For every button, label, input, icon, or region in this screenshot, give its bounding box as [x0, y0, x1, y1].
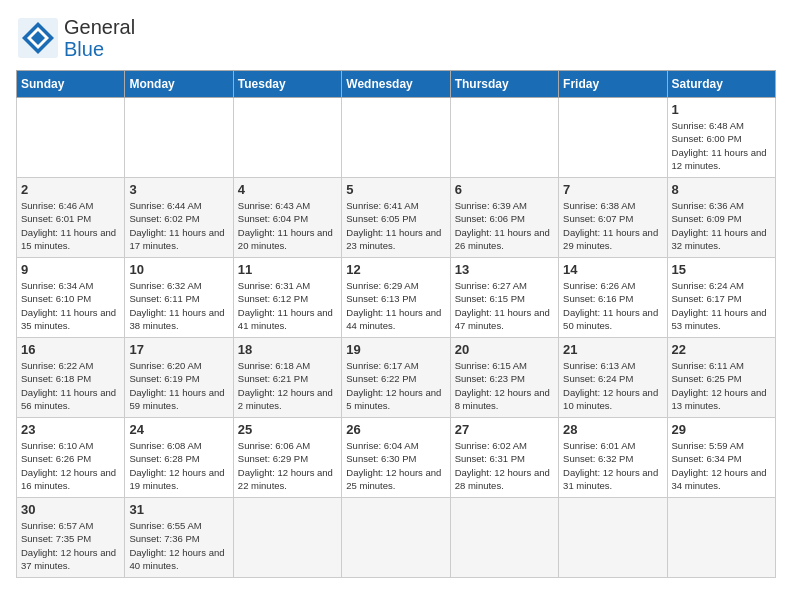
day-number: 22	[672, 342, 771, 357]
calendar-cell	[342, 98, 450, 178]
day-info: Sunrise: 6:10 AM Sunset: 6:26 PM Dayligh…	[21, 439, 120, 492]
day-number: 2	[21, 182, 120, 197]
calendar-cell	[667, 498, 775, 578]
col-header-friday: Friday	[559, 71, 667, 98]
day-number: 19	[346, 342, 445, 357]
logo-general: General	[64, 16, 135, 38]
calendar-cell	[559, 498, 667, 578]
day-number: 13	[455, 262, 554, 277]
col-header-saturday: Saturday	[667, 71, 775, 98]
calendar-cell: 7Sunrise: 6:38 AM Sunset: 6:07 PM Daylig…	[559, 178, 667, 258]
day-info: Sunrise: 6:38 AM Sunset: 6:07 PM Dayligh…	[563, 199, 662, 252]
calendar-cell: 3Sunrise: 6:44 AM Sunset: 6:02 PM Daylig…	[125, 178, 233, 258]
day-number: 16	[21, 342, 120, 357]
calendar-cell: 22Sunrise: 6:11 AM Sunset: 6:25 PM Dayli…	[667, 338, 775, 418]
day-number: 1	[672, 102, 771, 117]
day-info: Sunrise: 6:18 AM Sunset: 6:21 PM Dayligh…	[238, 359, 337, 412]
day-info: Sunrise: 6:11 AM Sunset: 6:25 PM Dayligh…	[672, 359, 771, 412]
day-info: Sunrise: 6:57 AM Sunset: 7:35 PM Dayligh…	[21, 519, 120, 572]
day-number: 30	[21, 502, 120, 517]
day-number: 23	[21, 422, 120, 437]
day-info: Sunrise: 6:36 AM Sunset: 6:09 PM Dayligh…	[672, 199, 771, 252]
day-info: Sunrise: 6:39 AM Sunset: 6:06 PM Dayligh…	[455, 199, 554, 252]
calendar-cell	[450, 98, 558, 178]
calendar-cell: 21Sunrise: 6:13 AM Sunset: 6:24 PM Dayli…	[559, 338, 667, 418]
day-number: 27	[455, 422, 554, 437]
page-header: General Blue	[16, 16, 776, 60]
day-info: Sunrise: 6:04 AM Sunset: 6:30 PM Dayligh…	[346, 439, 445, 492]
calendar-cell: 1Sunrise: 6:48 AM Sunset: 6:00 PM Daylig…	[667, 98, 775, 178]
day-info: Sunrise: 6:26 AM Sunset: 6:16 PM Dayligh…	[563, 279, 662, 332]
day-info: Sunrise: 6:01 AM Sunset: 6:32 PM Dayligh…	[563, 439, 662, 492]
day-number: 8	[672, 182, 771, 197]
day-info: Sunrise: 6:24 AM Sunset: 6:17 PM Dayligh…	[672, 279, 771, 332]
calendar-table: SundayMondayTuesdayWednesdayThursdayFrid…	[16, 70, 776, 578]
calendar-cell: 20Sunrise: 6:15 AM Sunset: 6:23 PM Dayli…	[450, 338, 558, 418]
day-number: 6	[455, 182, 554, 197]
col-header-wednesday: Wednesday	[342, 71, 450, 98]
day-number: 14	[563, 262, 662, 277]
day-number: 5	[346, 182, 445, 197]
calendar-cell: 8Sunrise: 6:36 AM Sunset: 6:09 PM Daylig…	[667, 178, 775, 258]
day-info: Sunrise: 6:22 AM Sunset: 6:18 PM Dayligh…	[21, 359, 120, 412]
calendar-cell: 14Sunrise: 6:26 AM Sunset: 6:16 PM Dayli…	[559, 258, 667, 338]
calendar-cell: 23Sunrise: 6:10 AM Sunset: 6:26 PM Dayli…	[17, 418, 125, 498]
calendar-cell: 30Sunrise: 6:57 AM Sunset: 7:35 PM Dayli…	[17, 498, 125, 578]
calendar-cell: 12Sunrise: 6:29 AM Sunset: 6:13 PM Dayli…	[342, 258, 450, 338]
day-number: 31	[129, 502, 228, 517]
day-info: Sunrise: 6:31 AM Sunset: 6:12 PM Dayligh…	[238, 279, 337, 332]
day-number: 26	[346, 422, 445, 437]
calendar-cell	[233, 498, 341, 578]
day-info: Sunrise: 6:06 AM Sunset: 6:29 PM Dayligh…	[238, 439, 337, 492]
logo: General Blue	[16, 16, 135, 60]
day-info: Sunrise: 6:27 AM Sunset: 6:15 PM Dayligh…	[455, 279, 554, 332]
calendar-cell	[450, 498, 558, 578]
day-number: 25	[238, 422, 337, 437]
calendar-cell: 9Sunrise: 6:34 AM Sunset: 6:10 PM Daylig…	[17, 258, 125, 338]
calendar-cell: 15Sunrise: 6:24 AM Sunset: 6:17 PM Dayli…	[667, 258, 775, 338]
calendar-cell: 28Sunrise: 6:01 AM Sunset: 6:32 PM Dayli…	[559, 418, 667, 498]
col-header-thursday: Thursday	[450, 71, 558, 98]
day-info: Sunrise: 6:48 AM Sunset: 6:00 PM Dayligh…	[672, 119, 771, 172]
day-info: Sunrise: 6:43 AM Sunset: 6:04 PM Dayligh…	[238, 199, 337, 252]
calendar-cell: 5Sunrise: 6:41 AM Sunset: 6:05 PM Daylig…	[342, 178, 450, 258]
day-info: Sunrise: 6:46 AM Sunset: 6:01 PM Dayligh…	[21, 199, 120, 252]
col-header-sunday: Sunday	[17, 71, 125, 98]
col-header-monday: Monday	[125, 71, 233, 98]
logo-wordmark: General Blue	[64, 16, 135, 60]
day-info: Sunrise: 6:44 AM Sunset: 6:02 PM Dayligh…	[129, 199, 228, 252]
calendar-cell	[125, 98, 233, 178]
calendar-cell	[233, 98, 341, 178]
calendar-cell: 17Sunrise: 6:20 AM Sunset: 6:19 PM Dayli…	[125, 338, 233, 418]
day-number: 11	[238, 262, 337, 277]
calendar-cell: 13Sunrise: 6:27 AM Sunset: 6:15 PM Dayli…	[450, 258, 558, 338]
calendar-cell	[342, 498, 450, 578]
calendar-cell: 18Sunrise: 6:18 AM Sunset: 6:21 PM Dayli…	[233, 338, 341, 418]
day-info: Sunrise: 6:34 AM Sunset: 6:10 PM Dayligh…	[21, 279, 120, 332]
day-number: 17	[129, 342, 228, 357]
calendar-cell: 10Sunrise: 6:32 AM Sunset: 6:11 PM Dayli…	[125, 258, 233, 338]
day-info: Sunrise: 6:08 AM Sunset: 6:28 PM Dayligh…	[129, 439, 228, 492]
col-header-tuesday: Tuesday	[233, 71, 341, 98]
calendar-cell	[17, 98, 125, 178]
calendar-cell: 4Sunrise: 6:43 AM Sunset: 6:04 PM Daylig…	[233, 178, 341, 258]
calendar-cell: 25Sunrise: 6:06 AM Sunset: 6:29 PM Dayli…	[233, 418, 341, 498]
day-number: 10	[129, 262, 228, 277]
day-info: Sunrise: 6:32 AM Sunset: 6:11 PM Dayligh…	[129, 279, 228, 332]
calendar-cell	[559, 98, 667, 178]
day-info: Sunrise: 6:02 AM Sunset: 6:31 PM Dayligh…	[455, 439, 554, 492]
day-number: 3	[129, 182, 228, 197]
day-number: 18	[238, 342, 337, 357]
day-number: 28	[563, 422, 662, 437]
day-number: 15	[672, 262, 771, 277]
day-number: 4	[238, 182, 337, 197]
day-info: Sunrise: 6:20 AM Sunset: 6:19 PM Dayligh…	[129, 359, 228, 412]
day-number: 24	[129, 422, 228, 437]
day-number: 20	[455, 342, 554, 357]
day-number: 9	[21, 262, 120, 277]
calendar-cell: 27Sunrise: 6:02 AM Sunset: 6:31 PM Dayli…	[450, 418, 558, 498]
calendar-cell: 19Sunrise: 6:17 AM Sunset: 6:22 PM Dayli…	[342, 338, 450, 418]
day-info: Sunrise: 6:41 AM Sunset: 6:05 PM Dayligh…	[346, 199, 445, 252]
calendar-cell: 29Sunrise: 5:59 AM Sunset: 6:34 PM Dayli…	[667, 418, 775, 498]
day-info: Sunrise: 6:17 AM Sunset: 6:22 PM Dayligh…	[346, 359, 445, 412]
